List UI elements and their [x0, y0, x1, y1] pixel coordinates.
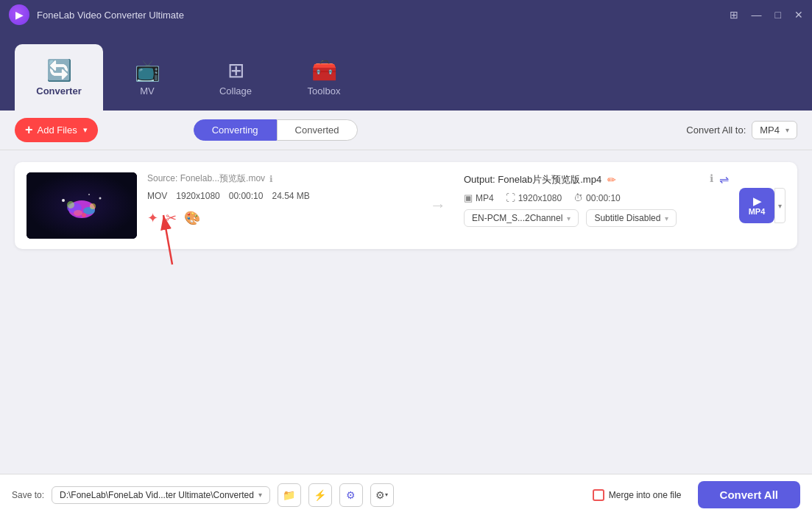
flash-off-button[interactable]: ⚡: [308, 483, 332, 507]
tab-converted[interactable]: Converted: [277, 119, 358, 141]
output-name: Output: Fonelab片头预览版.mp4 ✏ ℹ ⇌: [464, 172, 729, 186]
tab-toolbox[interactable]: 🧰 Toolbox: [280, 44, 368, 111]
format-badge-dropdown[interactable]: ▾: [774, 188, 785, 223]
global-format-dropdown[interactable]: MP4 ▾: [752, 121, 797, 139]
file-resolution: 1920x1080: [176, 191, 219, 201]
add-files-chevron-icon: ▾: [83, 125, 88, 135]
output-meta: ▣ MP4 ⛶ 1920x1080 ⏱ 00:00:10: [464, 192, 729, 203]
output-duration: 00:00:10: [586, 193, 621, 203]
effects-icon[interactable]: ✦: [147, 210, 158, 226]
output-resolution: 1920x1080: [518, 193, 562, 203]
format-badge-label: MP4: [749, 207, 766, 216]
file-thumbnail: [27, 172, 137, 239]
svg-point-10: [88, 194, 90, 195]
file-format: MOV: [147, 191, 167, 201]
save-path-chevron-icon: ▾: [258, 491, 262, 499]
tab-converter[interactable]: 🔄 Converter: [15, 44, 103, 111]
browse-folder-button[interactable]: 📁: [278, 483, 301, 507]
thumbnail-image: [27, 172, 137, 239]
output-duration-meta: ⏱ 00:00:10: [573, 192, 621, 203]
edit-output-icon[interactable]: ✏: [607, 174, 616, 186]
svg-point-9: [99, 197, 102, 200]
audio-track-dropdown[interactable]: EN-PCM_S...2Channel ▾: [464, 209, 579, 227]
toolbox-icon: 🧰: [311, 58, 337, 83]
save-to-label: Save to:: [12, 490, 44, 500]
resolution-meta-icon: ⛶: [506, 192, 515, 203]
svg-point-5: [67, 201, 74, 209]
tab-converter-label: Converter: [36, 85, 81, 97]
convert-all-to-selector: Convert All to: MP4 ▾: [686, 121, 797, 139]
tab-toolbox-label: Toolbox: [308, 85, 341, 97]
file-info-right: Output: Fonelab片头预览版.mp4 ✏ ℹ ⇌ ▣ MP4 ⛶ 1…: [464, 172, 729, 227]
app-title: FoneLab Video Converter Ultimate: [37, 10, 184, 21]
format-badge-with-dropdown: ▶ MP4 ▾: [739, 188, 785, 223]
converter-icon: 🔄: [46, 58, 72, 83]
output-resolution-meta: ⛶ 1920x1080: [506, 192, 562, 203]
conversion-arrow: →: [423, 196, 453, 215]
nav-area: 🔄 Converter 📺 MV ⊞ Collage 🧰 Toolbox: [0, 29, 812, 111]
format-badge[interactable]: ▶ MP4: [739, 188, 774, 223]
flash-off-icon: ⚡: [314, 489, 326, 501]
subtitle-value: Subtitle Disabled: [594, 213, 660, 223]
hardware-accel-button[interactable]: ⚙: [339, 483, 363, 507]
plus-icon: +: [25, 122, 33, 138]
file-info-left: Source: Fonelab...预览版.mov ℹ MOV 1920x108…: [147, 172, 412, 226]
folder-icon: 📁: [283, 489, 295, 501]
title-bar: ▶ FoneLab Video Converter Ultimate ⊞ — □…: [0, 0, 812, 29]
thumbnail-splash: [27, 172, 137, 239]
file-item: Source: Fonelab...预览版.mov ℹ MOV 1920x108…: [15, 162, 797, 249]
output-info-icon[interactable]: ℹ: [710, 172, 713, 186]
output-selectors: EN-PCM_S...2Channel ▾ Subtitle Disabled …: [464, 209, 729, 227]
convert-all-button[interactable]: Convert All: [698, 481, 800, 508]
annotation-arrow: [158, 209, 216, 276]
logo-icon: ▶: [15, 9, 24, 21]
audio-dropdown-chevron-icon: ▾: [567, 214, 571, 223]
view-tabs: Converting Converted: [194, 119, 358, 141]
app-logo: ▶: [9, 4, 29, 25]
mv-icon: 📺: [135, 58, 160, 83]
file-source: Source: Fonelab...预览版.mov ℹ: [147, 172, 412, 185]
toolbar: + Add Files ▾ Converting Converted Conve…: [0, 111, 812, 150]
tab-collage[interactable]: ⊞ Collage: [191, 44, 280, 111]
save-path-value: D:\FoneLab\FoneLab Vid...ter Ultimate\Co…: [60, 490, 254, 500]
settings-chevron-icon: ▾: [385, 491, 388, 498]
minimize-button[interactable]: —: [752, 9, 762, 21]
window-controls: ⊞ — □ ✕: [730, 9, 803, 21]
collage-icon: ⊞: [227, 58, 244, 83]
output-label: Output: Fonelab片头预览版.mp4: [464, 173, 601, 186]
global-format-value: MP4: [760, 125, 780, 136]
file-size: 24.54 MB: [272, 191, 309, 201]
captions-button[interactable]: ⊞: [730, 9, 738, 21]
output-format: MP4: [476, 193, 494, 203]
svg-point-4: [74, 210, 82, 216]
file-meta: MOV 1920x1080 00:00:10 24.54 MB: [147, 191, 412, 201]
swap-icon[interactable]: ⇌: [719, 172, 729, 186]
source-label: Source: Fonelab...预览版.mov: [147, 172, 265, 185]
tab-mv[interactable]: 📺 MV: [103, 44, 191, 111]
svg-line-12: [163, 215, 172, 264]
svg-point-8: [62, 199, 65, 202]
tab-converting[interactable]: Converting: [194, 119, 277, 141]
file-list: Source: Fonelab...预览版.mov ℹ MOV 1920x108…: [0, 150, 812, 474]
file-duration: 00:00:10: [229, 191, 264, 201]
format-meta-icon: ▣: [464, 192, 473, 203]
subtitle-dropdown-chevron-icon: ▾: [665, 214, 668, 223]
save-path-dropdown[interactable]: D:\FoneLab\FoneLab Vid...ter Ultimate\Co…: [52, 486, 270, 504]
settings-icon: ⚙: [375, 489, 385, 501]
subtitle-dropdown[interactable]: Subtitle Disabled ▾: [586, 209, 677, 227]
maximize-button[interactable]: □: [775, 9, 781, 21]
global-format-chevron-icon: ▾: [785, 126, 789, 134]
hardware-icon: ⚙: [346, 489, 356, 501]
merge-checkbox-group: Merge into one file: [593, 489, 682, 501]
add-files-button[interactable]: + Add Files ▾: [15, 118, 98, 142]
bottom-bar: Save to: D:\FoneLab\FoneLab Vid...ter Ul…: [0, 474, 812, 515]
output-format-meta: ▣ MP4: [464, 192, 494, 203]
svg-point-7: [82, 213, 86, 217]
merge-checkbox[interactable]: [593, 489, 604, 501]
svg-point-6: [90, 203, 96, 209]
close-button[interactable]: ✕: [794, 9, 803, 21]
merge-label: Merge into one file: [609, 490, 682, 500]
settings-button[interactable]: ⚙ ▾: [370, 483, 394, 507]
tab-collage-label: Collage: [219, 85, 252, 97]
arrow-icon: →: [430, 196, 446, 215]
